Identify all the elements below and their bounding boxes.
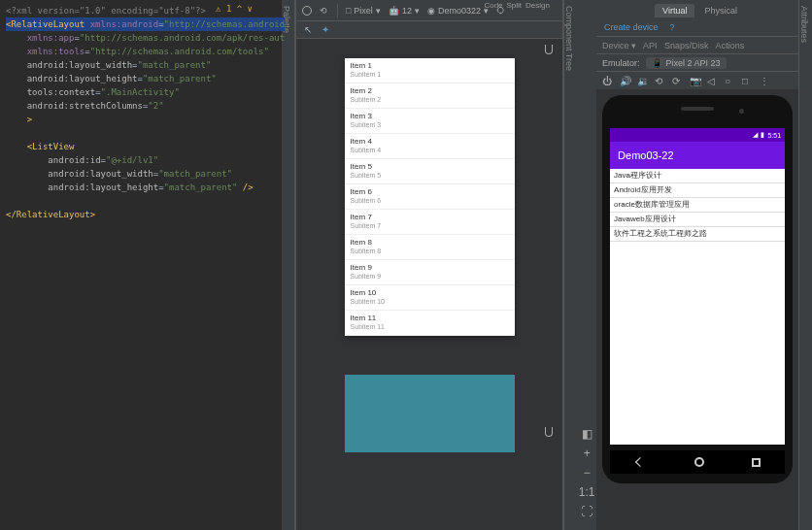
back-icon[interactable]: ◁ — [707, 76, 717, 85]
clock-text: 5:51 — [767, 132, 781, 139]
list-item[interactable]: Item 8Subitem 8 — [345, 235, 515, 260]
android-statusbar: ◢ ▮ 5:51 — [610, 128, 785, 142]
zoom-out-button[interactable]: − — [580, 466, 593, 480]
battery-icon: ▮ — [761, 131, 764, 139]
phone-frame: ◢ ▮ 5:51 Demo03-22 Java程序设计Android应用开发or… — [602, 95, 793, 483]
more-icon[interactable]: ⋮ — [760, 76, 769, 85]
xml-editor[interactable]: ⚠ 1 ^ ∨ <?xml version="1.0" encoding="ut… — [0, 0, 282, 530]
wand-icon[interactable]: ✦ — [321, 24, 329, 35]
listview-preview[interactable]: Item 1Subitem 1Item 2Subitem 2Item 3Subi… — [345, 58, 515, 336]
layout-preview-panel: ⟲ □ Pixel ▾ 🤖 12 ▾ ◉ Demo0322 ▾ 🌣 ↖ ✦ It… — [295, 0, 563, 530]
app-toolbar: Demo03-22 — [610, 142, 785, 169]
magnet-icon[interactable] — [545, 45, 553, 54]
magnet-icon-2[interactable] — [545, 427, 553, 437]
list-item[interactable]: Android应用开发 — [610, 183, 785, 198]
emulator-selector-bar: Device ▾ API Snaps/Disk Actions — [596, 37, 798, 54]
theme-dropdown[interactable]: ◉ Demo0322 ▾ — [427, 6, 489, 16]
zoom-in-button[interactable]: + — [580, 447, 593, 460]
list-item[interactable]: Item 4Subitem 4 — [345, 134, 515, 159]
rotate-right-icon[interactable]: ⟳ — [672, 76, 682, 85]
app-listview[interactable]: Java程序设计Android应用开发oracle数据库管理应用Javaweb应… — [610, 169, 785, 242]
device-type-tabs: Virtual Physical — [596, 0, 798, 17]
list-item[interactable]: Java程序设计 — [610, 169, 785, 183]
fullscreen-button[interactable]: ⛶ — [580, 505, 593, 518]
editor-mode-tabs: Code Split Design — [484, 1, 550, 10]
zoom-fit-button[interactable]: 1:1 — [580, 485, 593, 499]
list-item[interactable]: Item 11Subitem 11 — [345, 311, 515, 336]
list-item[interactable]: oracle数据库管理应用 — [610, 198, 785, 213]
list-item[interactable]: Item 10Subitem 10 — [345, 285, 515, 311]
component-tree-strip[interactable]: Component Tree — [563, 0, 577, 530]
zoom-toolbar: ◧ + − 1:1 ⛶ — [577, 0, 596, 530]
create-device-link[interactable]: Create device — [604, 22, 659, 32]
component-tree-label: Component Tree — [564, 0, 574, 71]
attributes-tool-strip[interactable]: Attributes — [798, 0, 812, 530]
emulator-device-row: Emulator: 📱 Pixel 2 API 23 — [596, 54, 798, 72]
nav-home-button[interactable] — [694, 457, 704, 467]
nav-recent-button[interactable] — [752, 458, 761, 467]
list-item[interactable]: Item 7Subitem 7 — [345, 210, 515, 235]
list-item[interactable]: Item 6Subitem 6 — [345, 184, 515, 210]
device-dropdown[interactable]: □ Pixel ▾ — [346, 6, 381, 16]
warning-badge[interactable]: ⚠ 1 ^ ∨ — [216, 2, 253, 16]
phone-screen[interactable]: ◢ ▮ 5:51 Demo03-22 Java程序设计Android应用开发or… — [610, 128, 785, 445]
tab-physical[interactable]: Physical — [696, 4, 745, 17]
palette-tool-strip[interactable]: Palette — [282, 0, 295, 530]
tab-virtual[interactable]: Virtual — [655, 4, 694, 17]
phone-camera — [739, 109, 744, 114]
tab-split[interactable]: Split — [507, 1, 523, 10]
home-icon[interactable]: ○ — [725, 76, 734, 85]
attributes-label: Attributes — [799, 0, 809, 43]
screenshot-icon[interactable]: 📷 — [690, 76, 699, 85]
tab-code[interactable]: Code — [484, 1, 502, 10]
volume-down-icon[interactable]: 🔉 — [637, 76, 647, 85]
arrow-icon[interactable]: ↖ — [304, 24, 312, 35]
list-item[interactable]: Item 1Subitem 1 — [345, 58, 515, 83]
app-title: Demo03-22 — [618, 149, 673, 161]
api-dropdown[interactable]: 🤖 12 ▾ — [389, 6, 420, 16]
list-item[interactable]: Item 2Subitem 2 — [345, 83, 515, 109]
nav-back-button[interactable] — [635, 457, 645, 467]
signal-icon: ◢ — [753, 131, 758, 139]
tab-design[interactable]: Design — [525, 1, 550, 10]
orientation-icon[interactable]: ⟲ — [320, 6, 329, 16]
phone-speaker — [681, 107, 714, 111]
android-navbar — [610, 450, 785, 474]
power-icon[interactable]: ⏻ — [602, 76, 612, 85]
blueprint-preview[interactable] — [345, 375, 515, 452]
emulator-actions: Create device ? — [596, 17, 798, 37]
list-item[interactable]: Item 9Subitem 9 — [345, 260, 515, 285]
emulator-label: Emulator: — [602, 58, 640, 68]
emulator-panel: Virtual Physical Create device ? Device … — [596, 0, 798, 530]
overview-icon[interactable]: □ — [742, 76, 752, 85]
volume-up-icon[interactable]: 🔊 — [620, 76, 629, 85]
help-link[interactable]: ? — [670, 22, 675, 32]
list-item[interactable]: Item 5Subitem 5 — [345, 159, 515, 184]
layers-button[interactable]: ◧ — [580, 427, 593, 441]
list-item[interactable]: Item 3Subitem 3 — [345, 109, 515, 134]
list-item[interactable]: Javaweb应用设计 — [610, 213, 785, 227]
preview-sub-toolbar: ↖ ✦ — [296, 21, 562, 39]
rotate-left-icon[interactable]: ⟲ — [655, 76, 664, 85]
emulator-device-dropdown[interactable]: 📱 Pixel 2 API 23 — [646, 57, 727, 69]
emulator-toolbar: ⏻ 🔊 🔉 ⟲ ⟳ 📷 ◁ ○ □ ⋮ — [596, 72, 798, 89]
eye-icon[interactable] — [302, 6, 312, 16]
list-item[interactable]: 软件工程之系统工程师之路 — [610, 227, 785, 242]
